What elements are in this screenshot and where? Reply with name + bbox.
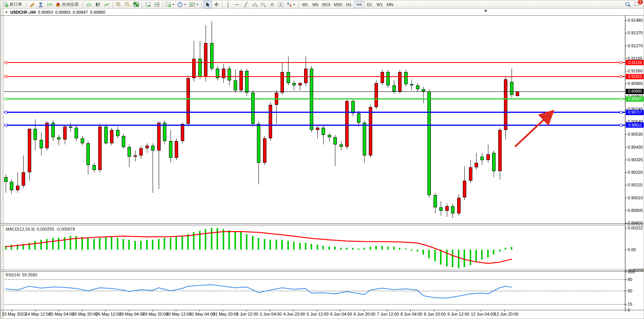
timeframe-toolbar: M1M5M15M30H1H4D1W1MN (300, 1, 395, 8)
notifications-button[interactable]: 1 (633, 1, 641, 8)
candle (175, 141, 178, 158)
candle (157, 123, 161, 151)
candle (457, 198, 461, 213)
macd-histogram-bar (58, 238, 59, 250)
main-macd-separator[interactable] (0, 223, 644, 225)
pencil-icon (29, 2, 35, 7)
text-tool[interactable]: A (268, 1, 276, 8)
chart-shift-marker[interactable]: ▼ (484, 9, 488, 13)
price-tick (625, 172, 627, 173)
macd-histogram-bar (240, 232, 242, 250)
line-handle[interactable] (620, 61, 622, 64)
candle (139, 148, 143, 155)
trendline-icon: ╱ (244, 2, 247, 7)
timeframe-H1[interactable]: H1 (344, 1, 354, 8)
line-handle[interactable] (5, 75, 7, 78)
timeframe-H4[interactable]: H4 (354, 1, 364, 8)
channel-tool[interactable]: E (250, 1, 259, 8)
timeframe-M15[interactable]: M15 (321, 1, 332, 8)
price-tick-label: 0.91270 (628, 43, 643, 48)
rsi-tick (625, 304, 627, 305)
tile-windows-button[interactable] (132, 1, 140, 8)
candle-wick (153, 143, 153, 193)
candle (257, 124, 260, 162)
horizontal-line[interactable] (4, 125, 625, 126)
candle (439, 207, 443, 211)
candle (333, 137, 337, 144)
macd-histogram-bar (217, 228, 218, 250)
candle (322, 128, 325, 135)
line-handle[interactable] (620, 75, 622, 78)
template-button[interactable]: ▼ (188, 1, 200, 8)
signal-button[interactable] (45, 1, 54, 8)
horizontal-line[interactable] (4, 76, 625, 77)
timeframe-M1[interactable]: M1 (300, 1, 310, 8)
bar-chart-button[interactable] (85, 1, 93, 8)
new-chart-button[interactable]: ▼ (164, 1, 176, 8)
candle (234, 80, 237, 90)
candle (269, 105, 272, 139)
autotrading-button[interactable]: 自动交易 (54, 1, 81, 8)
zoom-in-button[interactable] (114, 1, 123, 8)
line-handle[interactable] (5, 61, 7, 64)
macd-histogram-bar (422, 250, 424, 255)
macd-histogram-bar (511, 247, 512, 250)
timeframe-M30[interactable]: M30 (332, 1, 343, 8)
period-button[interactable]: ▼ (176, 1, 188, 8)
timeframe-D1[interactable]: D1 (365, 1, 375, 8)
date-label: 24 May 12:00 (26, 312, 51, 316)
current-price-line (4, 91, 625, 92)
search-button[interactable] (624, 1, 632, 8)
date-tick (410, 310, 411, 311)
text-label-tool[interactable]: T (277, 1, 285, 8)
line-handle[interactable] (5, 111, 7, 114)
chart-shift-button[interactable] (153, 1, 161, 8)
date-tick (340, 310, 340, 311)
line-handle[interactable] (620, 124, 622, 127)
toolbar-separator (163, 2, 163, 8)
macd-histogram-bar (352, 248, 354, 250)
ohlc-low: 0.90847 (73, 10, 88, 14)
date-label: 25 May 20:00 (72, 312, 98, 316)
vertical-line-tool[interactable]: │ (224, 1, 233, 8)
line-handle[interactable] (620, 98, 622, 100)
horizontal-line[interactable] (4, 98, 625, 99)
horizontal-line[interactable] (4, 112, 625, 113)
line-handle[interactable] (5, 98, 7, 100)
date-label: 2 Jun 04:00 (260, 312, 282, 316)
candle (245, 71, 249, 93)
auto-scroll-button[interactable] (144, 1, 152, 8)
fibonacci-tool[interactable]: F (259, 1, 268, 8)
price-tick (625, 185, 627, 185)
date-label: 29 May 20:00 (143, 312, 168, 316)
macd-tick-label: 0.00 (628, 247, 636, 252)
text-icon: A (271, 2, 274, 7)
chevron-down-icon: ▼ (184, 3, 187, 6)
line-handle[interactable] (620, 111, 622, 114)
trendline-tool[interactable]: ╱ (242, 1, 250, 8)
cursor-tool-button[interactable] (204, 1, 212, 8)
timeframe-W1[interactable]: W1 (375, 1, 385, 8)
line-chart-button[interactable] (102, 1, 111, 8)
collapse-triangle-icon[interactable]: ▼ (5, 11, 8, 14)
timeframe-M5[interactable]: M5 (311, 1, 320, 8)
horizontal-line-tool[interactable]: ─ (233, 1, 241, 8)
date-tick (387, 310, 387, 311)
metaeditor-button[interactable] (28, 1, 36, 8)
arrows-tool[interactable]: ▼ (285, 1, 296, 8)
price-tick (625, 20, 627, 21)
rsi-tick-label: 80 (628, 277, 632, 282)
macd-rsi-separator[interactable] (0, 270, 644, 272)
macd-histogram-bar (470, 250, 471, 265)
date-tick (246, 310, 247, 311)
new-order-button[interactable]: 新订单 (2, 1, 24, 8)
horizontal-line[interactable] (4, 62, 625, 63)
line-handle[interactable] (5, 124, 7, 127)
arrow-annotation[interactable] (515, 113, 551, 147)
macd-histogram-bar (93, 239, 95, 250)
zoom-out-button[interactable] (123, 1, 131, 8)
crosshair-tool-button[interactable] (212, 1, 221, 8)
candlestick-chart-button[interactable] (94, 1, 102, 8)
profile-button[interactable] (37, 1, 45, 8)
timeframe-MN[interactable]: MN (385, 1, 395, 8)
